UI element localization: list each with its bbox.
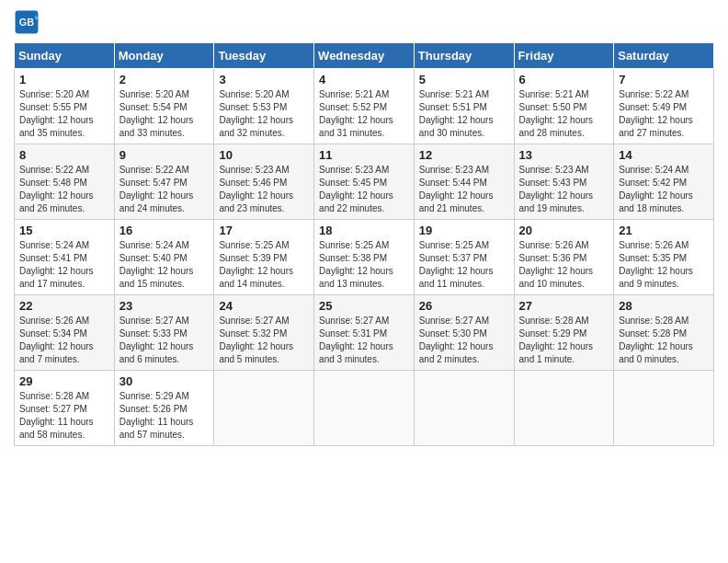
svg-text:GB: GB xyxy=(19,17,34,28)
day-number: 18 xyxy=(319,224,409,237)
day-info: Sunrise: 5:23 AM Sunset: 5:44 PM Dayligh… xyxy=(419,164,509,215)
day-number: 28 xyxy=(619,299,709,313)
day-number: 4 xyxy=(319,73,409,86)
calendar-cell: 30Sunrise: 5:29 AM Sunset: 5:26 PM Dayli… xyxy=(114,371,214,446)
calendar-cell: 9Sunrise: 5:22 AM Sunset: 5:47 PM Daylig… xyxy=(114,144,214,220)
calendar-cell: 2Sunrise: 5:20 AM Sunset: 5:54 PM Daylig… xyxy=(114,69,214,144)
day-info: Sunrise: 5:25 AM Sunset: 5:38 PM Dayligh… xyxy=(319,239,409,291)
day-number: 3 xyxy=(219,73,309,86)
logo: GB xyxy=(14,9,43,35)
day-number: 7 xyxy=(619,73,709,86)
calendar-cell: 22Sunrise: 5:26 AM Sunset: 5:34 PM Dayli… xyxy=(15,295,115,371)
calendar-cell: 4Sunrise: 5:21 AM Sunset: 5:52 PM Daylig… xyxy=(314,69,415,144)
day-number: 12 xyxy=(419,148,509,162)
day-info: Sunrise: 5:26 AM Sunset: 5:35 PM Dayligh… xyxy=(619,239,709,291)
day-info: Sunrise: 5:24 AM Sunset: 5:42 PM Dayligh… xyxy=(619,164,709,215)
calendar-cell: 16Sunrise: 5:24 AM Sunset: 5:40 PM Dayli… xyxy=(114,220,214,295)
day-info: Sunrise: 5:27 AM Sunset: 5:32 PM Dayligh… xyxy=(219,315,309,366)
day-number: 21 xyxy=(619,224,709,237)
calendar-cell xyxy=(614,371,714,446)
col-header-thursday: Thursday xyxy=(414,43,514,69)
calendar-cell: 28Sunrise: 5:28 AM Sunset: 5:28 PM Dayli… xyxy=(614,295,714,371)
day-number: 22 xyxy=(19,299,109,313)
day-info: Sunrise: 5:23 AM Sunset: 5:46 PM Dayligh… xyxy=(219,164,309,215)
day-number: 25 xyxy=(319,299,409,313)
calendar-cell: 17Sunrise: 5:25 AM Sunset: 5:39 PM Dayli… xyxy=(214,220,314,295)
day-info: Sunrise: 5:28 AM Sunset: 5:29 PM Dayligh… xyxy=(519,315,609,366)
day-info: Sunrise: 5:28 AM Sunset: 5:27 PM Dayligh… xyxy=(19,390,109,442)
col-header-sunday: Sunday xyxy=(15,43,115,69)
col-header-tuesday: Tuesday xyxy=(214,43,314,69)
day-info: Sunrise: 5:25 AM Sunset: 5:37 PM Dayligh… xyxy=(419,239,509,291)
day-number: 16 xyxy=(119,224,210,237)
day-info: Sunrise: 5:28 AM Sunset: 5:28 PM Dayligh… xyxy=(619,315,709,366)
calendar-cell: 11Sunrise: 5:23 AM Sunset: 5:45 PM Dayli… xyxy=(314,144,415,220)
calendar-cell: 13Sunrise: 5:23 AM Sunset: 5:43 PM Dayli… xyxy=(514,144,614,220)
day-number: 10 xyxy=(219,148,309,162)
col-header-monday: Monday xyxy=(114,43,214,69)
calendar-cell xyxy=(214,371,314,446)
col-header-friday: Friday xyxy=(514,43,614,69)
col-header-wednesday: Wednesday xyxy=(314,43,415,69)
calendar-cell: 10Sunrise: 5:23 AM Sunset: 5:46 PM Dayli… xyxy=(214,144,314,220)
day-number: 15 xyxy=(19,224,109,237)
day-info: Sunrise: 5:22 AM Sunset: 5:49 PM Dayligh… xyxy=(619,88,709,140)
day-number: 5 xyxy=(419,73,509,86)
day-info: Sunrise: 5:26 AM Sunset: 5:36 PM Dayligh… xyxy=(519,239,609,291)
day-number: 17 xyxy=(219,224,309,237)
day-number: 29 xyxy=(19,374,109,388)
day-info: Sunrise: 5:26 AM Sunset: 5:34 PM Dayligh… xyxy=(19,315,109,366)
calendar-cell: 27Sunrise: 5:28 AM Sunset: 5:29 PM Dayli… xyxy=(514,295,614,371)
calendar-cell: 18Sunrise: 5:25 AM Sunset: 5:38 PM Dayli… xyxy=(314,220,415,295)
calendar-cell: 23Sunrise: 5:27 AM Sunset: 5:33 PM Dayli… xyxy=(114,295,214,371)
day-number: 14 xyxy=(619,148,709,162)
day-number: 19 xyxy=(419,224,509,237)
day-info: Sunrise: 5:25 AM Sunset: 5:39 PM Dayligh… xyxy=(219,239,309,291)
day-info: Sunrise: 5:29 AM Sunset: 5:26 PM Dayligh… xyxy=(119,390,210,442)
calendar-cell: 29Sunrise: 5:28 AM Sunset: 5:27 PM Dayli… xyxy=(15,371,115,446)
col-header-saturday: Saturday xyxy=(614,43,714,69)
calendar-cell: 26Sunrise: 5:27 AM Sunset: 5:30 PM Dayli… xyxy=(414,295,514,371)
calendar-cell: 19Sunrise: 5:25 AM Sunset: 5:37 PM Dayli… xyxy=(414,220,514,295)
day-number: 2 xyxy=(119,73,210,86)
calendar-cell: 15Sunrise: 5:24 AM Sunset: 5:41 PM Dayli… xyxy=(15,220,115,295)
day-number: 1 xyxy=(19,73,109,86)
day-number: 24 xyxy=(219,299,309,313)
day-number: 8 xyxy=(19,148,109,162)
calendar-cell: 5Sunrise: 5:21 AM Sunset: 5:51 PM Daylig… xyxy=(414,69,514,144)
day-info: Sunrise: 5:24 AM Sunset: 5:41 PM Dayligh… xyxy=(19,239,109,291)
day-info: Sunrise: 5:27 AM Sunset: 5:33 PM Dayligh… xyxy=(119,315,210,366)
day-info: Sunrise: 5:27 AM Sunset: 5:30 PM Dayligh… xyxy=(419,315,509,366)
calendar-cell: 6Sunrise: 5:21 AM Sunset: 5:50 PM Daylig… xyxy=(514,69,614,144)
day-info: Sunrise: 5:24 AM Sunset: 5:40 PM Dayligh… xyxy=(119,239,210,291)
calendar-cell xyxy=(414,371,514,446)
day-number: 11 xyxy=(319,148,409,162)
day-number: 6 xyxy=(519,73,609,86)
day-info: Sunrise: 5:23 AM Sunset: 5:43 PM Dayligh… xyxy=(519,164,609,215)
day-info: Sunrise: 5:20 AM Sunset: 5:53 PM Dayligh… xyxy=(219,88,309,140)
day-number: 9 xyxy=(119,148,210,162)
day-info: Sunrise: 5:27 AM Sunset: 5:31 PM Dayligh… xyxy=(319,315,409,366)
day-info: Sunrise: 5:21 AM Sunset: 5:52 PM Dayligh… xyxy=(319,88,409,140)
logo-icon: GB xyxy=(14,9,40,35)
day-info: Sunrise: 5:20 AM Sunset: 5:55 PM Dayligh… xyxy=(19,88,109,140)
calendar-cell: 25Sunrise: 5:27 AM Sunset: 5:31 PM Dayli… xyxy=(314,295,415,371)
day-info: Sunrise: 5:20 AM Sunset: 5:54 PM Dayligh… xyxy=(119,88,210,140)
day-number: 27 xyxy=(519,299,609,313)
day-number: 13 xyxy=(519,148,609,162)
calendar-cell: 7Sunrise: 5:22 AM Sunset: 5:49 PM Daylig… xyxy=(614,69,714,144)
day-number: 20 xyxy=(519,224,609,237)
day-info: Sunrise: 5:21 AM Sunset: 5:51 PM Dayligh… xyxy=(419,88,509,140)
calendar-cell: 1Sunrise: 5:20 AM Sunset: 5:55 PM Daylig… xyxy=(15,69,115,144)
calendar-cell: 14Sunrise: 5:24 AM Sunset: 5:42 PM Dayli… xyxy=(614,144,714,220)
day-info: Sunrise: 5:22 AM Sunset: 5:47 PM Dayligh… xyxy=(119,164,210,215)
header: GB xyxy=(14,9,714,35)
day-number: 23 xyxy=(119,299,210,313)
calendar-cell: 8Sunrise: 5:22 AM Sunset: 5:48 PM Daylig… xyxy=(15,144,115,220)
calendar-cell xyxy=(514,371,614,446)
calendar-cell: 24Sunrise: 5:27 AM Sunset: 5:32 PM Dayli… xyxy=(214,295,314,371)
day-number: 26 xyxy=(419,299,509,313)
calendar-cell xyxy=(314,371,415,446)
day-info: Sunrise: 5:21 AM Sunset: 5:50 PM Dayligh… xyxy=(519,88,609,140)
calendar-cell: 3Sunrise: 5:20 AM Sunset: 5:53 PM Daylig… xyxy=(214,69,314,144)
